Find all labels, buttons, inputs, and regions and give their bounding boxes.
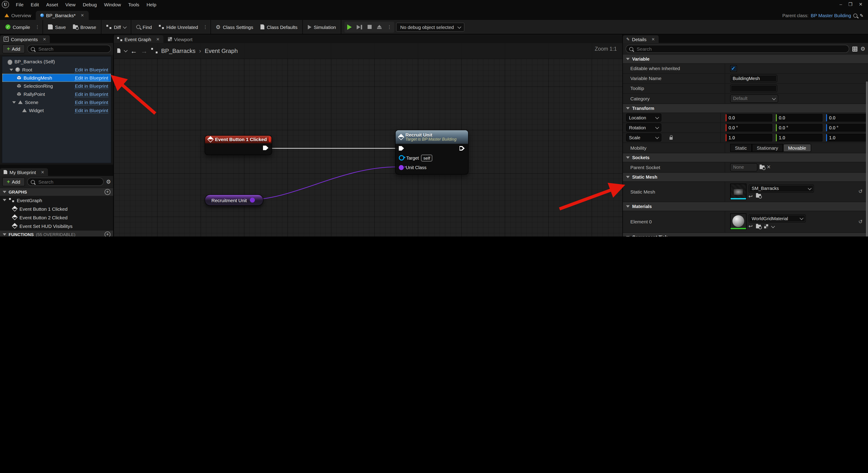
components-row-selectionring[interactable]: SelectionRing Edit in Blueprint [2,82,111,90]
reset-to-default-icon[interactable]: ↺ [859,218,863,225]
edit-in-blueprint-link[interactable]: Edit in Blueprint [75,99,108,105]
scale-z-field[interactable]: 1.0 [826,134,868,141]
scale-x-field[interactable]: 1.0 [725,134,772,141]
menu-help[interactable]: Help [143,0,159,9]
chevron-down-icon[interactable] [124,48,128,52]
hide-unrelated-button[interactable]: Hide Unrelated [155,20,202,34]
mobility-static[interactable]: Static [730,143,752,152]
edit-in-blueprint-link[interactable]: Edit in Blueprint [75,67,108,73]
variable-output-pin[interactable] [250,198,255,203]
rotation-x-field[interactable]: 0.0 ° [725,124,772,131]
material-dropdown[interactable]: WorldGridMaterial [748,214,806,223]
debug-object-dropdown[interactable]: No debug object selected [396,22,464,31]
tab-viewport[interactable]: Viewport [163,35,197,43]
section-variable[interactable]: Variable [623,55,868,64]
edit-in-blueprint-link[interactable]: Edit in Blueprint [75,83,108,89]
menu-window[interactable]: Window [101,0,124,9]
breadcrumb-root[interactable]: BP_Barracks [161,47,195,54]
edit-in-blueprint-link[interactable]: Edit in Blueprint [75,107,108,113]
variable-node-recruitment-unit[interactable]: Recruitment Unit [205,195,264,206]
find-button[interactable]: Find [133,20,155,34]
menu-edit[interactable]: Edit [28,0,42,9]
graph-canvas[interactable] [114,43,622,236]
unit-class-pin[interactable] [399,165,404,170]
browse-button[interactable]: Browse [69,20,100,34]
scale-dropdown[interactable]: Scale [626,133,661,141]
tooltip-field[interactable] [730,85,777,92]
close-button[interactable]: ✕ [859,2,863,7]
pin-row-target[interactable]: Target self [395,153,468,163]
variable-name-field[interactable]: BuildingMesh [730,74,777,82]
parent-socket-field[interactable]: None [730,163,757,171]
display-filter-icon[interactable] [852,46,857,51]
details-search-input[interactable] [636,46,845,52]
stop-button[interactable] [364,22,374,32]
compile-button[interactable]: ✓ Compile [2,20,34,34]
menu-asset[interactable]: Asset [43,0,61,9]
components-row-buildingmesh[interactable]: BuildingMesh Edit in Blueprint [2,74,111,82]
menu-tools[interactable]: Tools [125,0,143,9]
pin-row-unit-class[interactable]: Unit Class [395,163,468,172]
class-defaults-button[interactable]: Class Defaults [257,20,301,34]
event-row-button1[interactable]: Event Button 1 Clicked [0,204,113,213]
my-blueprint-search[interactable] [27,178,104,186]
eject-button[interactable] [374,22,384,32]
details-scrollbar[interactable] [866,81,868,236]
edit-parent-icon[interactable]: ✎ [860,13,864,18]
exec-output-pin[interactable] [459,146,465,150]
exec-output-pin[interactable] [263,146,269,150]
class-settings-button[interactable]: ⚙ Class Settings [212,20,257,34]
exec-input-pin[interactable] [399,146,404,150]
edit-in-blueprint-link[interactable]: Edit in Blueprint [75,91,108,97]
pin-value[interactable]: self [421,155,433,161]
tab-my-blueprint[interactable]: My Blueprint ✕ [0,168,48,176]
forward-button[interactable]: → [141,47,148,54]
section-sockets[interactable]: Sockets [623,153,868,162]
back-button[interactable]: ← [130,47,137,54]
play-button[interactable] [344,22,354,32]
tab-bp-barracks[interactable]: BP_Barracks* ✕ [36,11,89,20]
components-row-widget[interactable]: Widget Edit in Blueprint [2,106,111,114]
tab-close-icon[interactable]: ✕ [81,13,84,18]
components-search-input[interactable] [37,46,107,52]
event-graph-row[interactable]: EventGraph [0,196,113,204]
section-component-tick[interactable]: Component Tick [623,233,868,236]
close-icon[interactable]: ✕ [156,37,160,41]
blueprint-settings-gear-icon[interactable]: ⚙ [106,179,111,184]
diff-button[interactable]: Diff [103,20,129,34]
mobility-stationary[interactable]: Stationary [752,143,783,152]
section-materials[interactable]: Materials [623,202,868,211]
location-z-field[interactable]: 0.0 [826,114,868,122]
browse-to-asset-icon[interactable] [756,225,761,228]
add-function-icon[interactable]: + [104,232,111,236]
location-x-field[interactable]: 0.0 [725,114,772,122]
expander-icon[interactable] [3,199,6,201]
functions-section-header[interactable]: FUNCTIONS (55 OVERRIDABLE) + [0,231,113,236]
location-y-field[interactable]: 0.0 [776,114,822,122]
hide-unrelated-options-icon[interactable]: ⋮ [202,25,209,29]
category-dropdown[interactable]: Default [730,94,778,102]
socket-browse-icon[interactable] [760,165,764,169]
details-search[interactable] [625,45,849,53]
components-search[interactable] [27,45,111,53]
event-delegate-icon[interactable] [269,137,271,142]
tab-event-graph[interactable]: Event Graph ✕ [114,35,163,43]
menu-view[interactable]: View [62,0,79,9]
tab-overview[interactable]: Overview [0,11,36,20]
components-row-root[interactable]: Root Edit in Blueprint [2,66,111,74]
material-thumbnail[interactable] [730,213,746,230]
my-blueprint-search-input[interactable] [37,179,100,185]
save-button[interactable]: Save [44,20,69,34]
details-settings-gear-icon[interactable]: ⚙ [860,46,865,52]
close-icon[interactable]: ✕ [41,170,44,174]
simulation-button[interactable]: Simulation [304,20,340,34]
node-event-button-1-clicked[interactable]: Event Button 1 Clicked [205,135,272,155]
close-icon[interactable]: ✕ [43,37,46,41]
edit-in-blueprint-link[interactable]: Edit in Blueprint [75,75,108,81]
node-recruit-unit[interactable]: Recruit Unit Target is BP Master Buildin… [395,130,468,174]
use-selected-asset-icon[interactable]: ↩ [748,224,752,229]
graphs-section-header[interactable]: GRAPHS + [0,188,113,196]
play-options-icon[interactable]: ⋮ [384,22,394,32]
clear-socket-icon[interactable]: ✕ [767,164,771,170]
chevron-down-icon[interactable] [771,224,775,228]
